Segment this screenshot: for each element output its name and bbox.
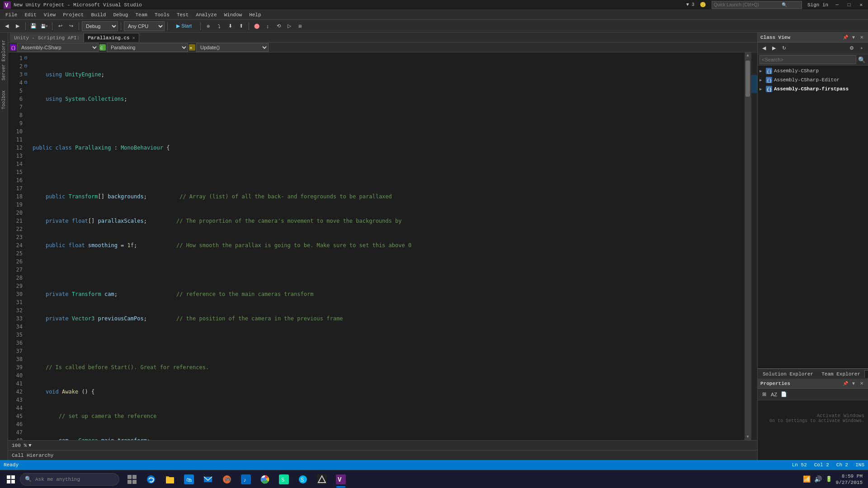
fold-start[interactable]: ⊟ <box>24 70 31 79</box>
fold-awake[interactable]: ⊟ <box>24 62 31 70</box>
close-btn[interactable]: ✕ <box>858 2 864 8</box>
properties-pin-btn[interactable]: 📌 <box>842 380 849 387</box>
forward-btn[interactable]: ▶ <box>13 21 23 31</box>
breakpoint-btn[interactable]: ⬤ <box>252 21 262 31</box>
sign-in-link[interactable]: Sign in <box>807 2 828 8</box>
taskbar-chrome[interactable] <box>256 471 274 488</box>
menu-debug[interactable]: Debug <box>109 11 132 19</box>
attach-btn[interactable]: ⊕ <box>203 21 213 31</box>
tab-solution-explorer[interactable]: Solution Explorer <box>759 370 817 378</box>
taskbar-file-explorer[interactable] <box>161 471 179 488</box>
tab-close-btn[interactable]: ✕ <box>132 35 135 41</box>
debug-step-over[interactable]: ⤵ <box>214 21 224 31</box>
taskbar-app1[interactable]: >🎮 <box>218 471 236 488</box>
toolbar-extra4[interactable]: ⊞ <box>295 21 305 31</box>
platform-select[interactable]: Any CPU <box>124 21 165 31</box>
taskbar-app3[interactable]: S <box>275 471 293 488</box>
taskbar-task-view[interactable] <box>123 471 141 488</box>
undo-btn[interactable]: ↩ <box>55 21 65 31</box>
menu-build[interactable]: Build <box>87 11 109 19</box>
taskbar-search[interactable]: 🔍 Ask me anything <box>20 473 119 486</box>
code-content[interactable]: using UnityEngine; using System.Collecti… <box>31 52 745 440</box>
taskbar-skype[interactable]: S <box>294 471 312 488</box>
toolbar-extra1[interactable]: ↕ <box>263 21 273 31</box>
cv-back-btn[interactable]: ◀ <box>760 44 769 53</box>
props-categorized-btn[interactable]: ⊞ <box>760 390 769 399</box>
class-view-close-btn[interactable]: ✕ <box>858 34 865 41</box>
tree-item-assembly-csharp-firstpass[interactable]: ▶ {} Assembly-CSharp-firstpass <box>758 84 868 94</box>
toolbar-extra3[interactable]: ▷ <box>284 21 294 31</box>
restore-btn[interactable]: □ <box>846 2 853 8</box>
namespace-dropdown[interactable]: Assembly-CSharp <box>17 43 99 52</box>
quick-launch-input[interactable] <box>714 2 782 7</box>
cv-forward-btn[interactable]: ▶ <box>769 44 778 53</box>
save-all-btn[interactable]: 💾+ <box>39 21 49 31</box>
menu-analyze[interactable]: Analyze <box>192 11 220 19</box>
save-btn[interactable]: 💾 <box>28 21 38 31</box>
v-scrollbar[interactable]: ▲ ▼ <box>745 52 751 440</box>
properties-close-btn[interactable]: ✕ <box>858 380 865 387</box>
start-button[interactable] <box>2 471 20 488</box>
taskbar-edge[interactable] <box>142 471 160 488</box>
start-btn[interactable]: ▶ Start <box>170 21 198 31</box>
taskbar-mail[interactable] <box>199 471 217 488</box>
class-view-dropdown-btn[interactable]: ▼ <box>850 34 857 41</box>
task-view-icon <box>127 474 137 484</box>
class-search-btn[interactable]: 🔍 <box>857 55 866 64</box>
tab-parallaxing[interactable]: Parallaxing.cs ✕ <box>84 33 139 42</box>
debug-config-select[interactable]: Debug <box>82 21 118 31</box>
menu-test[interactable]: Test <box>173 11 192 19</box>
fold-update[interactable]: ⊟ <box>24 79 31 87</box>
properties-dropdown-btn[interactable]: ▼ <box>850 380 857 387</box>
taskbar-store[interactable]: 🛍 <box>180 471 198 488</box>
menu-tools[interactable]: Tools <box>151 11 173 19</box>
unity-icon <box>317 474 327 484</box>
toolbar-extra2[interactable]: ⟲ <box>274 21 283 31</box>
minimize-btn[interactable]: ─ <box>834 2 840 8</box>
cv-refresh-btn[interactable]: ↻ <box>779 44 788 53</box>
taskbar-time: 8:59 PM <box>836 473 863 479</box>
class-search-input[interactable] <box>760 55 856 64</box>
zoom-icon[interactable]: ▼ <box>28 443 32 448</box>
menu-view[interactable]: View <box>40 11 59 19</box>
props-alphabetical-btn[interactable]: AZ <box>769 390 778 399</box>
debug-step-in[interactable]: ⬇ <box>225 21 235 31</box>
taskbar-unity[interactable] <box>313 471 331 488</box>
menu-team[interactable]: Team <box>132 11 151 19</box>
tree-item-assembly-csharp[interactable]: ▶ {} Assembly-CSharp <box>758 66 868 75</box>
mail-icon <box>203 474 213 484</box>
taskbar-vs[interactable]: V <box>332 471 350 488</box>
menu-project[interactable]: Project <box>59 11 87 19</box>
redo-btn[interactable]: ↪ <box>66 21 76 31</box>
class-view-pin-btn[interactable]: 📌 <box>842 34 849 41</box>
svg-rect-21 <box>132 480 137 484</box>
launch-search-container[interactable]: 🔍 <box>712 1 802 9</box>
cv-settings-btn[interactable]: ⚙ <box>847 44 856 53</box>
server-explorer-tab[interactable]: Server Explorer <box>0 36 7 84</box>
assembly-csharp-firstpass-icon: {} <box>766 86 772 92</box>
cv-new-folder-btn[interactable]: + <box>857 44 866 53</box>
tree-item-assembly-csharp-editor[interactable]: ▶ {} Assembly-CSharp-Editor <box>758 75 868 84</box>
debug-step-out[interactable]: ⬆ <box>236 21 246 31</box>
svg-text:🎮: 🎮 <box>225 476 231 483</box>
assembly-csharp-icon: {} <box>766 68 772 74</box>
class-dropdown[interactable]: Parallaxing <box>107 43 188 52</box>
taskbar-app2[interactable]: ♪ <box>237 471 255 488</box>
scroll-thumb[interactable] <box>745 61 750 97</box>
menu-file[interactable]: File <box>2 11 21 19</box>
scroll-up-btn[interactable]: ▲ <box>745 52 751 59</box>
tab-scripting-api[interactable]: Unity - Scripting API: <box>10 33 84 42</box>
toolbox-tab[interactable]: Toolbox <box>0 87 7 113</box>
menu-window[interactable]: Window <box>221 11 246 19</box>
tab-team-explorer[interactable]: Team Explorer <box>817 370 864 378</box>
menu-help[interactable]: Help <box>245 11 264 19</box>
code-line-10: private Transform cam; // reference to t… <box>33 290 743 298</box>
tab-class-view[interactable]: Class View <box>864 370 868 378</box>
method-dropdown[interactable]: Update() <box>196 43 269 52</box>
taskbar-clock[interactable]: 8:59 PM 9/27/2015 <box>836 473 863 486</box>
menu-edit[interactable]: Edit <box>21 11 40 19</box>
props-property-pages-btn[interactable]: 📄 <box>779 390 788 399</box>
back-btn[interactable]: ◀ <box>2 21 12 31</box>
scroll-down-btn[interactable]: ▼ <box>745 434 751 440</box>
fold-class[interactable]: ⊟ <box>24 54 31 62</box>
